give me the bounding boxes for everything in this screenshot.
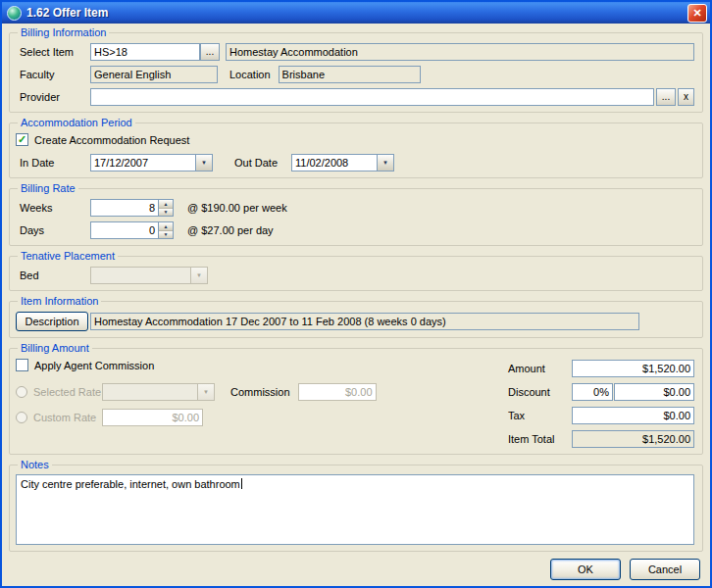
days-row: Days 0 ▲ ▼ @ $27.00 per day (16, 221, 694, 239)
item-total-label: Item Total (508, 433, 555, 445)
apply-commission-checkbox[interactable] (16, 359, 28, 371)
out-date-picker[interactable]: 11/02/2008 ▼ (291, 154, 394, 172)
billing-amount-body: Apply Agent Commission Selected Rate ▼ C… (16, 354, 694, 448)
apply-commission-row: Apply Agent Commission (16, 359, 508, 371)
dialog-footer: OK Cancel (9, 559, 703, 580)
in-date-picker[interactable]: 17/12/2007 ▼ (90, 154, 213, 172)
provider-row: Provider ... x (16, 88, 694, 106)
create-request-row: ✓ Create Accommodation Request (16, 133, 694, 146)
custom-rate-row: Custom Rate $0.00 (16, 409, 508, 426)
location-label: Location (229, 69, 271, 80)
tax-row: Tax $0.00 (508, 407, 694, 424)
tax-label: Tax (508, 410, 525, 421)
weeks-row: Weeks 8 ▲ ▼ @ $190.00 per week (16, 199, 694, 217)
close-icon: ✕ (692, 7, 701, 20)
bed-label: Bed (16, 270, 90, 281)
tenative-placement-title: Tenative Placement (18, 250, 118, 262)
section-item-information: Item Information Description Homestay Ac… (9, 295, 703, 338)
totals-panel: Amount $1,520.00 Discount 0% $0.00 Tax $… (508, 354, 694, 448)
provider-browse-button[interactable]: ... (656, 88, 676, 106)
offer-item-dialog: 1.62 Offer Item ✕ Billing Information Se… (0, 0, 712, 588)
commission-label: Commission (230, 386, 290, 398)
in-date-value[interactable]: 17/12/2007 (91, 155, 195, 171)
faculty-field: General English (90, 66, 218, 83)
commission-field: $0.00 (298, 383, 377, 401)
cancel-button[interactable]: Cancel (630, 559, 700, 580)
spin-down-icon[interactable]: ▼ (159, 231, 173, 239)
create-request-label: Create Accommodation Request (34, 134, 189, 146)
window-title: 1.62 Offer Item (26, 6, 687, 20)
provider-label: Provider (16, 91, 90, 103)
select-item-input[interactable]: HS>18 (90, 43, 200, 61)
amount-row: Amount $1,520.00 (508, 360, 694, 377)
check-icon: ✓ (18, 134, 26, 145)
weeks-spin-buttons: ▲ ▼ (158, 200, 173, 216)
custom-rate-field: $0.00 (102, 409, 203, 426)
spin-up-icon[interactable]: ▲ (159, 200, 173, 209)
spin-down-icon[interactable]: ▼ (159, 209, 173, 217)
selected-rate-label: Selected Rate (33, 386, 102, 398)
amount-label: Amount (508, 363, 545, 374)
provider-input[interactable] (90, 88, 654, 106)
ok-button[interactable]: OK (550, 559, 621, 580)
spin-up-icon[interactable]: ▲ (159, 222, 173, 231)
out-date-dropdown-button[interactable]: ▼ (377, 155, 393, 171)
section-tenative-placement: Tenative Placement Bed ▼ (9, 250, 703, 291)
location-field: Brisbane (279, 66, 421, 83)
billing-information-title: Billing Information (18, 26, 109, 38)
provider-clear-button[interactable]: x (678, 88, 694, 106)
description-row: Description Homestay Accommodation 17 De… (16, 312, 694, 331)
notes-title: Notes (18, 459, 52, 470)
chevron-down-icon: ▼ (201, 160, 207, 166)
custom-rate-radio (16, 412, 27, 423)
chevron-down-glyph: ▼ (196, 272, 202, 278)
close-button[interactable]: ✕ (687, 4, 707, 23)
dialog-body: Billing Information Select Item HS>18 ..… (2, 24, 710, 586)
tax-field[interactable]: $0.00 (572, 407, 694, 424)
dates-row: In Date 17/12/2007 ▼ Out Date 11/02/2008… (16, 154, 694, 172)
chevron-down-glyph: ▼ (203, 389, 209, 395)
item-total-row: Item Total $1,520.00 (508, 430, 694, 448)
billing-rate-title: Billing Rate (18, 182, 78, 194)
weeks-value[interactable]: 8 (91, 200, 158, 216)
days-stepper[interactable]: 0 ▲ ▼ (90, 221, 174, 239)
selected-rate-value (103, 384, 197, 400)
titlebar[interactable]: 1.62 Offer Item ✕ (2, 2, 710, 24)
item-information-title: Item Information (18, 295, 101, 307)
chevron-down-icon: ▼ (382, 160, 388, 166)
weeks-rate-text: @ $190.00 per week (187, 202, 287, 214)
in-date-dropdown-button[interactable]: ▼ (195, 155, 212, 171)
discount-row: Discount 0% $0.00 (508, 383, 694, 401)
bed-select: ▼ (90, 267, 208, 284)
selected-rate-select: ▼ (102, 383, 215, 401)
weeks-label: Weeks (16, 202, 90, 214)
notes-textarea[interactable]: City centre preferable, internet, own ba… (16, 474, 694, 545)
item-name-field: Homestay Accommodation (226, 43, 694, 61)
discount-amount-field[interactable]: $0.00 (614, 383, 694, 401)
commission-panel: Apply Agent Commission Selected Rate ▼ C… (16, 354, 508, 448)
discount-fields: 0% $0.00 (572, 383, 694, 401)
description-button[interactable]: Description (16, 312, 88, 331)
chevron-down-icon: ▼ (190, 268, 207, 283)
in-date-label: In Date (16, 157, 90, 169)
create-request-checkbox[interactable]: ✓ (16, 133, 28, 146)
notes-text: City centre preferable, internet, own ba… (21, 478, 242, 490)
bed-row: Bed ▼ (16, 267, 694, 284)
section-accommodation-period: Accommodation Period ✓ Create Accommodat… (9, 117, 703, 178)
selected-rate-radio (16, 386, 27, 398)
days-rate-text: @ $27.00 per day (187, 224, 274, 236)
section-billing-information: Billing Information Select Item HS>18 ..… (9, 26, 703, 113)
out-date-value[interactable]: 11/02/2008 (292, 155, 377, 171)
weeks-stepper[interactable]: 8 ▲ ▼ (90, 199, 174, 217)
discount-percent-field[interactable]: 0% (572, 383, 613, 401)
select-item-browse-button[interactable]: ... (200, 43, 220, 61)
bed-value (91, 268, 190, 283)
section-billing-amount: Billing Amount Apply Agent Commission Se… (9, 342, 703, 455)
out-date-label: Out Date (234, 157, 285, 169)
faculty-label: Faculty (16, 69, 90, 80)
apply-commission-label: Apply Agent Commission (34, 360, 154, 371)
days-value[interactable]: 0 (91, 222, 158, 238)
amount-field[interactable]: $1,520.00 (572, 360, 694, 377)
section-billing-rate: Billing Rate Weeks 8 ▲ ▼ @ $190.00 per w… (9, 182, 703, 246)
select-item-row: Select Item HS>18 ... Homestay Accommoda… (16, 43, 694, 61)
